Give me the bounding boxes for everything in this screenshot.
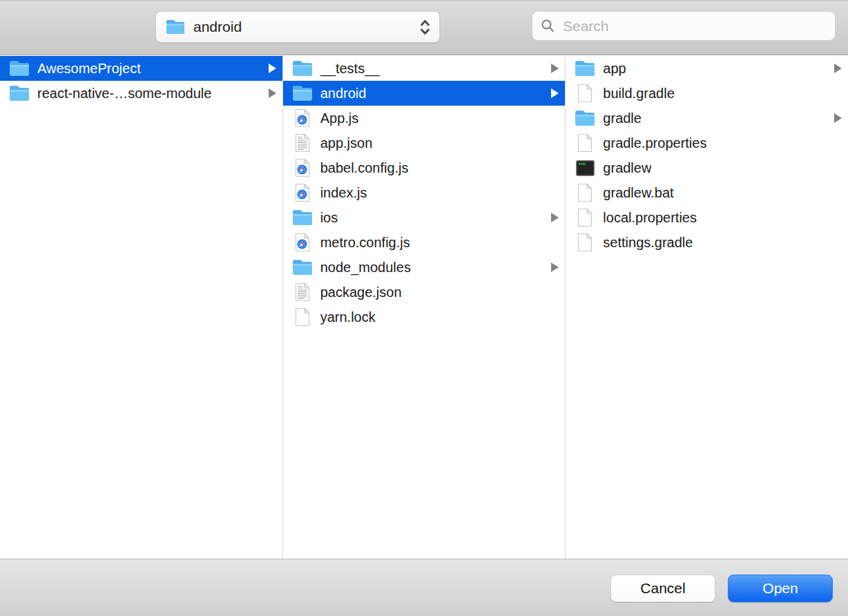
file-row[interactable]: metro.config.js xyxy=(283,230,566,255)
chevron-up-down-icon xyxy=(419,18,431,37)
item-label: gradle.properties xyxy=(603,135,706,151)
item-label: gradlew.bat xyxy=(603,185,673,201)
blank-file-icon xyxy=(575,83,595,104)
disclosure-arrow-icon xyxy=(269,64,276,73)
item-label: __tests__ xyxy=(320,61,380,77)
file-row[interactable]: gradlew.bat xyxy=(566,180,848,205)
folder-icon xyxy=(9,83,30,104)
file-row[interactable]: gradlew xyxy=(566,155,848,180)
item-label: node_modules xyxy=(320,260,411,276)
item-label: gradle xyxy=(603,110,642,126)
file-row[interactable]: App.js xyxy=(283,106,566,131)
browser-column-2[interactable]: __tests__androidApp.jsapp.jsonbabel.conf… xyxy=(283,55,566,559)
folder-icon xyxy=(166,19,185,35)
disclosure-arrow-icon xyxy=(834,113,842,123)
search-field[interactable] xyxy=(532,11,836,41)
disclosure-arrow-icon xyxy=(551,64,559,73)
item-label: local.properties xyxy=(603,210,697,226)
folder-row[interactable]: AwesomeProject xyxy=(0,56,282,81)
item-label: react-native-…some-module xyxy=(37,86,211,102)
file-row[interactable]: build.gradle xyxy=(566,81,848,106)
item-label: app xyxy=(603,61,626,77)
file-row[interactable]: babel.config.js xyxy=(283,155,566,180)
item-label: ios xyxy=(320,210,338,226)
folder-row[interactable]: react-native-…some-module xyxy=(0,81,282,106)
search-icon xyxy=(541,19,555,33)
folder-row[interactable]: app xyxy=(566,56,848,81)
folder-icon xyxy=(9,58,30,79)
folder-row[interactable]: node_modules xyxy=(283,255,566,280)
item-label: index.js xyxy=(320,185,367,201)
folder-icon xyxy=(292,207,313,228)
file-browser: AwesomeProjectreact-native-…some-module … xyxy=(0,55,848,559)
exec-file-icon xyxy=(575,157,595,178)
item-label: package.json xyxy=(320,285,402,300)
file-row[interactable]: yarn.lock xyxy=(283,305,566,329)
open-button[interactable]: Open xyxy=(728,575,833,602)
folder-row[interactable]: android xyxy=(283,81,566,106)
file-row[interactable]: settings.gradle xyxy=(566,230,848,255)
js-file-icon xyxy=(292,108,313,128)
blank-file-icon xyxy=(575,182,595,203)
disclosure-arrow-icon xyxy=(834,64,842,73)
cancel-button[interactable]: Cancel xyxy=(610,575,715,602)
file-row[interactable]: package.json xyxy=(283,280,566,305)
folder-icon xyxy=(575,58,595,79)
directory-dropdown-value: android xyxy=(193,19,242,35)
item-label: app.json xyxy=(320,135,373,151)
text-file-icon xyxy=(292,282,313,302)
item-label: gradlew xyxy=(603,160,651,176)
item-label: babel.config.js xyxy=(320,160,409,176)
search-input[interactable] xyxy=(561,17,827,35)
file-row[interactable]: app.json xyxy=(283,131,566,155)
js-file-icon xyxy=(292,182,313,203)
folder-icon xyxy=(292,257,313,278)
item-label: App.js xyxy=(320,110,359,126)
file-row[interactable]: gradle.properties xyxy=(566,131,848,155)
item-label: android xyxy=(320,86,367,102)
item-label: AwesomeProject xyxy=(37,61,141,77)
browser-column-3[interactable]: appbuild.gradlegradlegradle.propertiesgr… xyxy=(566,55,848,559)
item-label: build.gradle xyxy=(603,86,674,102)
text-file-icon xyxy=(292,133,313,153)
folder-row[interactable]: ios xyxy=(283,205,566,230)
disclosure-arrow-icon xyxy=(551,88,559,98)
blank-file-icon xyxy=(292,307,313,327)
browser-column-1[interactable]: AwesomeProjectreact-native-…some-module xyxy=(0,55,283,559)
toolbar: android xyxy=(0,0,848,55)
file-row[interactable]: index.js xyxy=(283,180,566,205)
directory-dropdown[interactable]: android xyxy=(155,11,440,43)
blank-file-icon xyxy=(575,232,595,253)
item-label: settings.gradle xyxy=(603,235,693,251)
disclosure-arrow-icon xyxy=(269,88,276,98)
item-label: metro.config.js xyxy=(320,235,410,251)
blank-file-icon xyxy=(575,133,595,153)
folder-row[interactable]: gradle xyxy=(566,106,848,131)
folder-icon xyxy=(292,83,313,104)
disclosure-arrow-icon xyxy=(551,213,559,222)
js-file-icon xyxy=(292,232,313,253)
folder-icon xyxy=(575,108,595,128)
item-label: yarn.lock xyxy=(320,309,376,325)
folder-icon xyxy=(292,58,313,79)
blank-file-icon xyxy=(575,207,595,228)
dialog-footer: Cancel Open xyxy=(0,559,848,616)
js-file-icon xyxy=(292,157,313,178)
file-row[interactable]: local.properties xyxy=(566,205,848,230)
folder-row[interactable]: __tests__ xyxy=(283,56,566,81)
disclosure-arrow-icon xyxy=(551,262,559,272)
